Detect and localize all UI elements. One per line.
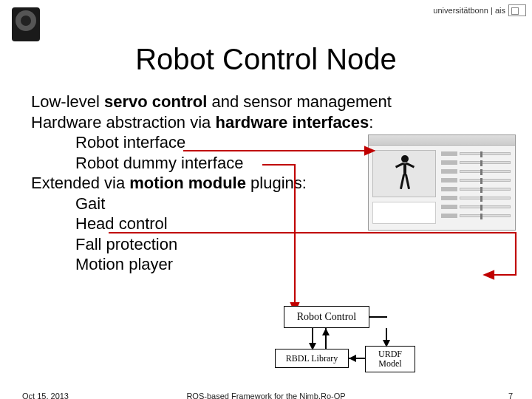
arrow-gait-to-gui	[399, 137, 408, 233]
logo-text: universitätbonn | ais	[433, 6, 505, 15]
svg-marker-6	[322, 328, 330, 335]
box-robot-control: Robot Control	[284, 306, 369, 328]
block-diagram: Robot Control RBDL Library URDF Model	[238, 306, 445, 372]
gait-gui-screenshot	[368, 134, 516, 231]
svg-marker-7	[383, 340, 390, 347]
footer-title: ROS-based Framework for the Nimb.Ro-OP	[0, 392, 532, 399]
arrow-robot-interface	[183, 143, 375, 158]
svg-marker-1	[365, 147, 374, 154]
svg-marker-3	[485, 271, 494, 279]
servo-photo	[3, 3, 49, 46]
line-hw-abstraction: Hardware abstraction via hardware interf…	[31, 112, 501, 133]
line-servo: Low-level servo control and sensor manag…	[31, 92, 501, 112]
svg-marker-8	[349, 355, 356, 362]
university-logo: universitätbonn | ais	[433, 4, 526, 16]
ais-logo-icon	[508, 4, 526, 16]
footer-page: 7	[508, 392, 513, 399]
arrow-gait	[108, 229, 522, 282]
slide-title: Robot Control Node	[0, 43, 532, 76]
svg-marker-5	[309, 343, 316, 350]
box-urdf: URDF Model	[365, 346, 415, 372]
box-rbdl: RBDL Library	[275, 349, 349, 368]
